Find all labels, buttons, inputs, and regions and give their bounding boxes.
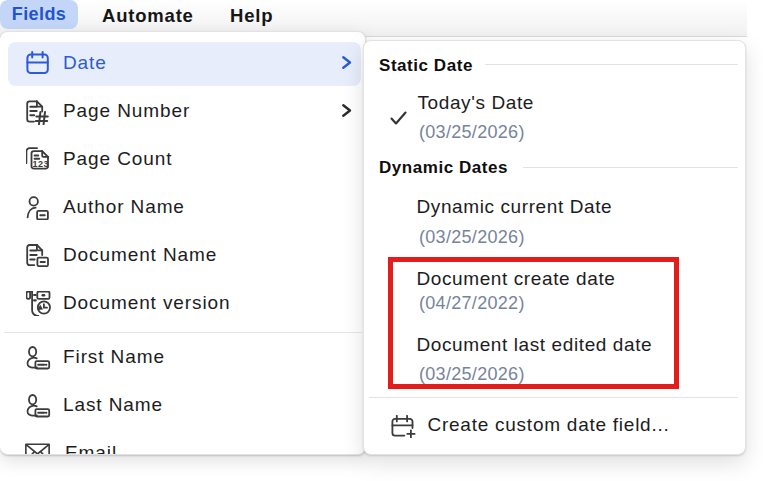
svg-text:123: 123 (32, 158, 49, 168)
